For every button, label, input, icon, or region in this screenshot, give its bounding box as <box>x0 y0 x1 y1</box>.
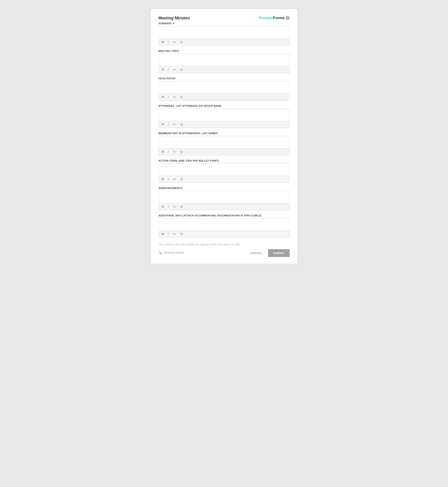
field-wrapper-announcements: BI <box>159 191 290 210</box>
input-summary[interactable] <box>159 26 289 38</box>
form-actions: 📎 ATTACH FILES CANCEL SUBMIT <box>159 249 290 257</box>
submit-button[interactable]: SUBMIT <box>268 249 290 257</box>
emoji-button-attendees[interactable] <box>179 122 184 126</box>
italic-button-summary[interactable]: I <box>167 40 170 44</box>
label-action_items: ACTION ITEMS (ONE ITEM PER BULLET POINT) <box>159 159 290 162</box>
field-group-additional_info: ADDITIONAL INFO (ATTACH ACCOMPANYING DOC… <box>159 214 290 238</box>
fields-container: SUMMARY★BIMEETING TOPICBIFACILITATORBIAT… <box>159 22 290 238</box>
field-group-attendees: ATTENDEES: LIST ATTENDEES OR GROUP NAMEB… <box>159 104 290 128</box>
bold-button-summary[interactable]: B <box>161 40 165 44</box>
italic-button-attendees[interactable]: I <box>167 122 170 126</box>
required-star: ★ <box>172 22 175 25</box>
paperclip-icon: 📎 <box>159 251 163 255</box>
field-wrapper-summary: BI <box>159 26 290 46</box>
toolbar-action_items: BI <box>159 176 289 182</box>
label-additional_info: ADDITIONAL INFO (ATTACH ACCOMPANYING DOC… <box>159 214 290 217</box>
label-members_not_attending: MEMBERS NOT IN ATTENDANCE: LIST NAMES <box>159 132 290 135</box>
bold-button-attendees[interactable]: B <box>161 122 165 126</box>
field-group-summary: SUMMARY★BI <box>159 22 290 46</box>
field-wrapper-facilitator: BI <box>159 81 290 101</box>
label-announcements: ANNOUNCEMENTS <box>159 187 290 189</box>
form-container: Meeting Minutes ProsperForms × SUMMARY★B… <box>151 9 298 264</box>
label-facilitator: FACILITATOR <box>159 77 290 80</box>
emoji-button-members_not_attending[interactable] <box>179 150 184 154</box>
bold-button-additional_info[interactable]: B <box>161 232 165 236</box>
field-group-members_not_attending: MEMBERS NOT IN ATTENDANCE: LIST NAMESBI <box>159 132 290 155</box>
italic-button-action_items[interactable]: I <box>167 177 170 181</box>
action-buttons: CANCEL SUBMIT <box>247 249 289 257</box>
input-action_items[interactable] <box>159 164 289 175</box>
toolbar-facilitator: BI <box>159 93 289 100</box>
link-button-facilitator[interactable] <box>172 95 177 99</box>
link-button-members_not_attending[interactable] <box>172 150 177 154</box>
bold-button-action_items[interactable]: B <box>161 177 165 181</box>
input-announcements[interactable] <box>159 191 289 202</box>
emoji-button-summary[interactable] <box>179 40 184 44</box>
emoji-button-additional_info[interactable] <box>179 232 184 236</box>
emoji-button-announcements[interactable] <box>179 204 184 209</box>
label-attendees: ATTENDEES: LIST ATTENDEES OR GROUP NAME <box>159 104 290 107</box>
cancel-button[interactable]: CANCEL <box>247 250 265 257</box>
footer-section: The maximum file size allowed per upload… <box>159 243 290 257</box>
link-button-meeting_topic[interactable] <box>172 68 177 71</box>
field-wrapper-attendees: BI <box>159 109 290 128</box>
input-meeting_topic[interactable] <box>159 54 289 65</box>
field-wrapper-meeting_topic: BI <box>159 54 290 73</box>
link-button-additional_info[interactable] <box>172 232 177 236</box>
label-meeting_topic: MEETING TOPIC <box>159 50 290 52</box>
field-group-announcements: ANNOUNCEMENTSBI <box>159 187 290 210</box>
field-wrapper-action_items: BI <box>159 163 290 183</box>
bold-button-announcements[interactable]: B <box>161 204 165 208</box>
logo-forms: Forms <box>273 16 285 20</box>
toolbar-attendees: BI <box>159 121 289 128</box>
toolbar-additional_info: BI <box>159 230 289 237</box>
emoji-button-meeting_topic[interactable] <box>179 68 184 71</box>
bold-button-meeting_topic[interactable]: B <box>161 68 165 71</box>
attach-files-label: ATTACH FILES <box>164 251 184 255</box>
link-button-action_items[interactable] <box>172 177 177 181</box>
link-button-summary[interactable] <box>172 40 177 44</box>
form-title: Meeting Minutes <box>159 16 190 21</box>
emoji-button-facilitator[interactable] <box>179 95 184 99</box>
bold-button-facilitator[interactable]: B <box>161 95 165 99</box>
logo-prosper: Prosper <box>259 16 273 20</box>
field-wrapper-members_not_attending: BI <box>159 136 290 155</box>
italic-button-members_not_attending[interactable]: I <box>167 150 170 154</box>
file-size-note: The maximum file size allowed per upload… <box>159 243 290 246</box>
bold-button-members_not_attending[interactable]: B <box>161 150 165 154</box>
field-group-meeting_topic: MEETING TOPICBI <box>159 50 290 73</box>
label-summary: SUMMARY★ <box>159 22 290 25</box>
field-wrapper-additional_info: BI <box>159 218 290 238</box>
input-facilitator[interactable] <box>159 81 289 93</box>
emoji-button-action_items[interactable] <box>179 177 184 181</box>
link-button-announcements[interactable] <box>172 204 177 209</box>
close-button[interactable]: × <box>286 16 290 20</box>
field-group-facilitator: FACILITATORBI <box>159 77 290 101</box>
toolbar-members_not_attending: BI <box>159 148 289 155</box>
input-attendees[interactable] <box>159 109 289 120</box>
toolbar-summary: BI <box>159 39 289 46</box>
form-header: Meeting Minutes ProsperForms × <box>159 16 290 21</box>
logo-wrapper: ProsperForms × <box>259 16 289 20</box>
field-group-action_items: ACTION ITEMS (ONE ITEM PER BULLET POINT)… <box>159 159 290 183</box>
toolbar-announcements: BI <box>159 203 289 210</box>
link-button-attendees[interactable] <box>172 122 177 126</box>
italic-button-announcements[interactable]: I <box>167 204 170 208</box>
logo: ProsperForms <box>259 16 285 20</box>
toolbar-meeting_topic: BI <box>159 66 289 73</box>
attach-files-button[interactable]: 📎 ATTACH FILES <box>159 251 184 255</box>
input-additional_info[interactable] <box>159 219 289 230</box>
italic-button-meeting_topic[interactable]: I <box>167 68 170 71</box>
italic-button-facilitator[interactable]: I <box>167 95 170 99</box>
input-members_not_attending[interactable] <box>159 136 289 147</box>
italic-button-additional_info[interactable]: I <box>167 232 170 236</box>
